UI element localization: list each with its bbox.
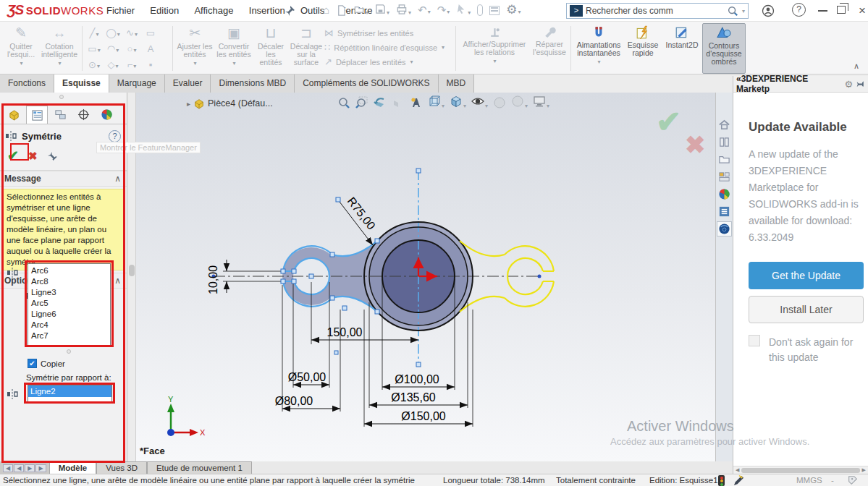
entity-item[interactable]: Arc8 bbox=[31, 276, 107, 287]
move-entities-button[interactable]: ↗Déplacer les entités▾ bbox=[324, 56, 453, 67]
menu-affichage[interactable]: Affichage bbox=[187, 0, 240, 21]
entity-item[interactable]: Arc5 bbox=[31, 298, 107, 309]
quick-sketch-button[interactable]: Esquisse rapide bbox=[624, 23, 662, 74]
tab-modele[interactable]: Modèle bbox=[49, 461, 97, 474]
install-later-button[interactable]: Install Later bbox=[749, 296, 864, 323]
help-icon[interactable]: ? bbox=[792, 3, 806, 17]
menu-fichier[interactable]: Fichier bbox=[100, 0, 141, 21]
graphics-viewport[interactable]: ▸ Pièce4 (Défau... ▾ ▾ ▾ ▾ ▾ ✔ ✖ bbox=[136, 93, 715, 461]
keep-visible-pin-icon[interactable] bbox=[47, 150, 58, 161]
slot-tool-icon[interactable]: ⊙▾ bbox=[88, 59, 100, 70]
tab-complements[interactable]: Compléments de SOLIDWORKS bbox=[295, 74, 438, 93]
spline-tool-icon[interactable]: ∿▾ bbox=[126, 27, 138, 38]
panel-help-icon[interactable]: ? bbox=[109, 130, 121, 142]
dim-r75-text[interactable]: R75,00 bbox=[345, 195, 378, 231]
instant-snaps-button[interactable]: Aimantations instantanées▾ bbox=[573, 23, 624, 74]
tab-fonctions[interactable]: Fonctions bbox=[0, 74, 54, 93]
minimize-button[interactable] bbox=[818, 10, 827, 12]
tab-marquage[interactable]: Marquage bbox=[109, 74, 165, 93]
collapse-message-icon[interactable]: ∧ bbox=[114, 174, 121, 184]
dim-150d-text[interactable]: Ø150,00 bbox=[401, 410, 445, 422]
marketplace-gear-icon[interactable]: ⚙ bbox=[845, 79, 854, 90]
panel-splitter-dot[interactable] bbox=[59, 95, 64, 99]
convert-entities-button[interactable]: ▣ Convertir les entités▾ bbox=[214, 23, 253, 74]
traffic-light-icon[interactable] bbox=[718, 475, 725, 486]
repair-sketch-button[interactable]: Réparer l'esquisse bbox=[531, 23, 568, 74]
menu-edition[interactable]: Edition bbox=[143, 0, 185, 21]
tab-mbd[interactable]: MBD bbox=[439, 74, 475, 93]
featuremanager-tab[interactable] bbox=[3, 106, 25, 124]
mirror-about-listbox[interactable]: Ligne2 bbox=[28, 385, 112, 402]
fillet-tool-icon[interactable]: ⌐▾ bbox=[127, 59, 137, 70]
command-search[interactable]: > Rechercher des comm ▾ bbox=[566, 3, 749, 19]
dont-ask-label[interactable]: Don't ask again for this update bbox=[769, 335, 864, 365]
tab-dimensions-mbd[interactable]: Dimensions MBD bbox=[211, 74, 295, 93]
copy-option[interactable]: ✔ Copier bbox=[28, 359, 65, 368]
tab-evaluer[interactable]: Evaluer bbox=[165, 74, 211, 93]
entity-item[interactable]: Arc7 bbox=[31, 331, 107, 341]
search-icon[interactable] bbox=[727, 5, 738, 17]
line-tool-icon[interactable]: ╱▾ bbox=[90, 27, 99, 38]
shaded-sketch-contours-button[interactable]: Contours d'esquisse ombrés bbox=[702, 23, 746, 74]
rebuild-icon[interactable] bbox=[477, 4, 483, 16]
entity-item[interactable]: Arc4 bbox=[31, 320, 107, 331]
get-update-button[interactable]: Get the Update bbox=[749, 262, 864, 289]
offset-entities-button[interactable]: ⊔ Décaler les entités bbox=[253, 23, 288, 74]
first-tab-button[interactable]: ◀ bbox=[3, 464, 13, 472]
propertymanager-tab[interactable] bbox=[26, 106, 48, 124]
marketplace-header[interactable]: «3DEXPERIENCE Marketp ⚙ bbox=[733, 76, 868, 93]
ok-button[interactable]: ✔ bbox=[7, 148, 19, 164]
rectangle-tool-icon[interactable]: ▭▾ bbox=[88, 43, 100, 54]
entity-item[interactable]: Arc6 bbox=[31, 265, 107, 276]
options-gear-icon[interactable]: ⚙ bbox=[506, 3, 517, 17]
point-tool-icon[interactable]: ▪ bbox=[149, 59, 153, 70]
exit-sketch-button[interactable]: ✎ Quitter l'esqui...▾ bbox=[3, 23, 39, 74]
dim-135-text[interactable]: Ø135,60 bbox=[391, 391, 435, 404]
restore-button[interactable] bbox=[837, 6, 846, 14]
centerline-endpoint[interactable] bbox=[538, 275, 542, 278]
panel-scrollbar-thumb[interactable] bbox=[129, 265, 135, 276]
tab-etude-mouvement[interactable]: Etude de mouvement 1 bbox=[147, 461, 252, 474]
marketplace-header-title[interactable]: «3DEXPERIENCE Marketp bbox=[736, 74, 843, 94]
panel-hscrollbar[interactable]: ◀ ▶ bbox=[733, 466, 868, 474]
units-indicator[interactable]: MMGS bbox=[796, 476, 822, 485]
copy-checkbox[interactable]: ✔ bbox=[28, 359, 37, 368]
scroll-right-icon[interactable]: ▶ bbox=[860, 467, 868, 473]
linear-pattern-button[interactable]: ∷Répétition linéaire d'esquisse▾ bbox=[324, 42, 453, 53]
select-cursor-icon[interactable] bbox=[456, 4, 467, 14]
marketplace-pin-icon[interactable] bbox=[853, 77, 867, 91]
text-tool-icon[interactable]: A bbox=[148, 43, 154, 54]
dim-80-text[interactable]: Ø80,00 bbox=[275, 395, 313, 407]
print-icon[interactable] bbox=[396, 4, 408, 14]
user-account-icon[interactable] bbox=[762, 4, 775, 17]
task-marketplace-tab[interactable] bbox=[717, 221, 732, 236]
message-section-header[interactable]: Message ∧ bbox=[0, 171, 127, 187]
save-icon[interactable] bbox=[375, 4, 386, 14]
last-tab-button[interactable]: ▶ bbox=[35, 464, 46, 472]
trim-entities-button[interactable]: ✂ Ajuster les entités▾ bbox=[175, 23, 214, 74]
task-properties-tab[interactable] bbox=[717, 204, 732, 219]
entities-listbox[interactable]: Arc6 Arc8 Ligne3 Arc5 Ligne6 Arc4 Arc7 bbox=[28, 263, 111, 346]
tab-vues-3d[interactable]: Vues 3D bbox=[96, 461, 147, 474]
scroll-left-icon[interactable]: ◀ bbox=[733, 467, 741, 473]
surface-tool-icon[interactable]: ▭ bbox=[146, 27, 155, 38]
undo-icon[interactable]: ↶ bbox=[418, 4, 427, 16]
entity-item[interactable]: Ligne3 bbox=[31, 287, 107, 298]
menu-pin-icon[interactable] bbox=[284, 5, 295, 17]
smart-dimension-button[interactable]: ↔ Cotation intelligente▾ bbox=[39, 23, 80, 74]
task-forum-tab[interactable] bbox=[717, 187, 732, 202]
task-explorer-tab[interactable] bbox=[717, 152, 732, 167]
mirror-entities-button[interactable]: ⋈Symétriser les entités bbox=[324, 27, 453, 38]
dim-50-text[interactable]: Ø50,00 bbox=[288, 371, 326, 383]
circle-tool-icon[interactable]: ◯▾ bbox=[106, 27, 120, 38]
collapse-ribbon-icon[interactable]: ∧ bbox=[854, 61, 865, 74]
cancel-button[interactable]: ✖ bbox=[28, 150, 38, 163]
next-tab-button[interactable]: ▶ bbox=[25, 464, 35, 472]
dim-10-text[interactable]: 10,00 bbox=[207, 265, 219, 294]
displaymanager-tab[interactable] bbox=[96, 106, 117, 124]
prev-tab-button[interactable]: ◀ bbox=[14, 464, 24, 472]
home-icon[interactable]: ⌂ bbox=[323, 2, 329, 18]
dont-ask-checkbox[interactable] bbox=[749, 335, 760, 346]
open-icon[interactable] bbox=[353, 4, 365, 14]
close-button[interactable]: × bbox=[853, 1, 868, 20]
